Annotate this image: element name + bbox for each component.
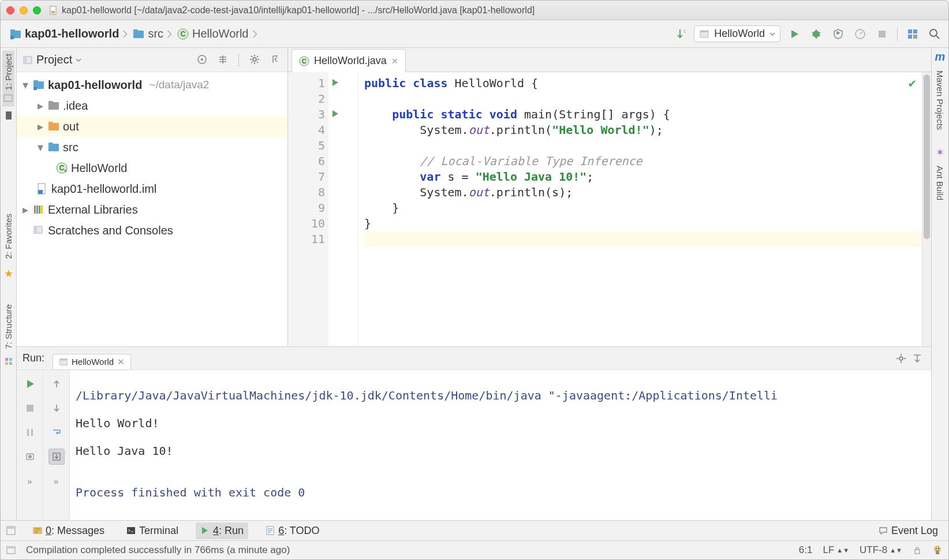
svg-rect-32 [33, 80, 38, 83]
breadcrumbs: kap01-helloworld src C HelloWorld [6, 27, 259, 40]
file-encoding[interactable]: UTF-8▲▼ [860, 544, 902, 556]
run-tool-window: Run: HelloWorld ✕ » [17, 347, 931, 520]
left-tool-stripe: 1: Project 2: Favorites ★ 7: Structure [1, 48, 17, 520]
main-area: 1: Project 2: Favorites ★ 7: Structure P… [1, 48, 948, 520]
run-line-icon[interactable] [331, 78, 340, 87]
maven-tool-tab[interactable]: Maven Projects [934, 67, 946, 133]
svg-rect-56 [27, 405, 33, 412]
separator [897, 27, 898, 41]
caret-position[interactable]: 6:1 [799, 544, 813, 556]
scroll-to-end-button[interactable] [48, 449, 65, 465]
tree-folder-idea[interactable]: ▸ .idea [17, 95, 287, 116]
run-settings-button[interactable] [893, 350, 909, 367]
close-run-tab-icon[interactable]: ✕ [117, 357, 125, 367]
tree-class[interactable]: C HelloWorld [17, 158, 287, 178]
hide-button[interactable] [269, 53, 282, 66]
close-window-button[interactable] [6, 6, 14, 14]
window-title: kap01-helloworld [~/data/java2-code-test… [62, 5, 535, 16]
messages-tool-tab[interactable]: 0: Messages [28, 522, 109, 539]
run-body: » » /Library/Java/JavaVirtualMachines/jd… [17, 370, 931, 520]
run-button[interactable] [786, 26, 802, 42]
run-line-icon[interactable] [331, 109, 340, 118]
breadcrumb-folder[interactable]: src [129, 27, 167, 40]
down-stack-button[interactable] [48, 400, 65, 416]
readonly-toggle-icon[interactable] [913, 546, 922, 555]
disclosure-icon[interactable]: ▸ [21, 203, 29, 216]
editor-scrollbar[interactable] [922, 72, 931, 346]
coverage-button[interactable] [830, 26, 846, 42]
editor-body[interactable]: 1 2 3 4 5 6 7 8 9 10 11 [288, 72, 931, 346]
svg-rect-47 [39, 206, 40, 214]
bookmark-icon[interactable] [4, 111, 13, 120]
editor-gutter[interactable]: 1 2 3 4 5 6 7 8 9 10 11 [288, 72, 328, 346]
maximize-window-button[interactable] [33, 6, 41, 14]
svg-rect-15 [908, 29, 912, 33]
dump-threads-button[interactable] [22, 449, 38, 465]
line-separator[interactable]: LF▲▼ [823, 544, 849, 556]
terminal-tool-tab[interactable]: Terminal [122, 522, 183, 539]
run-tab[interactable]: HelloWorld ✕ [53, 354, 131, 370]
breadcrumb-class[interactable]: C HelloWorld [174, 27, 252, 40]
disclosure-icon[interactable]: ▾ [21, 78, 29, 92]
stop-button[interactable] [22, 400, 38, 416]
favorites-tool-tab[interactable]: 2: Favorites [2, 210, 14, 262]
run-config-selector[interactable]: HelloWorld [694, 25, 780, 42]
tool-window-quick-access-icon[interactable] [6, 526, 16, 535]
up-stack-button[interactable] [48, 376, 65, 392]
tree-root[interactable]: ▾ kap01-helloworld ~/data/java2 [17, 74, 287, 95]
svg-point-72 [938, 548, 939, 549]
minimize-window-button[interactable] [20, 6, 28, 14]
disclosure-icon[interactable]: ▾ [36, 140, 44, 154]
project-view-selector[interactable]: Project [23, 53, 81, 66]
rerun-button[interactable] [22, 376, 38, 392]
run-hide-button[interactable] [909, 350, 925, 367]
gear-button[interactable] [248, 53, 261, 66]
event-log-tool-tab[interactable]: Event Log [874, 522, 943, 539]
search-everywhere-button[interactable] [926, 26, 943, 42]
tree-iml-file[interactable]: kap01-helloworld.iml [17, 178, 287, 199]
close-tab-icon[interactable]: ✕ [391, 57, 398, 66]
tree-external-libraries[interactable]: ▸ External Libraries [17, 199, 287, 220]
fold-column[interactable] [348, 72, 358, 346]
chevron-right-icon [122, 28, 129, 40]
more-button[interactable]: » [48, 473, 65, 489]
svg-rect-1 [51, 11, 55, 13]
project-tool-tab[interactable]: 1: Project [2, 50, 14, 106]
pause-button[interactable] [22, 424, 38, 440]
tree-folder-out[interactable]: ▸ out [17, 116, 287, 137]
run-tool-tab[interactable]: 4: Run [196, 522, 248, 539]
chevron-down-icon [769, 31, 775, 37]
disclosure-icon[interactable]: ▸ [36, 99, 44, 113]
profile-button[interactable] [852, 26, 868, 42]
console-output[interactable]: /Library/Java/JavaVirtualMachines/jdk-10… [70, 370, 931, 520]
locate-button[interactable] [196, 53, 208, 66]
debug-button[interactable] [808, 26, 824, 42]
project-structure-button[interactable] [905, 26, 921, 42]
soft-wrap-button[interactable] [48, 424, 65, 440]
tree-scratches[interactable]: Scratches and Consoles [17, 220, 287, 241]
svg-rect-48 [41, 206, 43, 214]
app-file-icon [49, 6, 58, 15]
chevron-right-icon [252, 28, 259, 40]
todo-tool-tab[interactable]: 6: TODO [261, 522, 324, 539]
status-bar: Compilation completed successfully in 76… [1, 541, 948, 559]
more-button[interactable]: » [22, 473, 38, 489]
tree-folder-src[interactable]: ▾ src [17, 137, 287, 158]
svg-rect-3 [10, 29, 15, 32]
build-button[interactable]: 01 [672, 26, 688, 42]
ant-tool-tab[interactable]: Ant Build [934, 162, 946, 204]
collapse-all-button[interactable] [216, 53, 229, 66]
status-window-icon[interactable] [6, 546, 16, 555]
code-area[interactable]: ✔ public class HelloWorld { public stati… [358, 72, 922, 346]
structure-tool-tab[interactable]: 7: Structure [2, 301, 14, 353]
run-config-label: HelloWorld [714, 28, 765, 40]
inspector-icon[interactable] [932, 545, 943, 555]
svg-text:C: C [181, 30, 186, 38]
disclosure-icon[interactable]: ▸ [36, 120, 44, 133]
stop-button[interactable] [874, 26, 890, 42]
breadcrumb-module[interactable]: kap01-helloworld [6, 27, 122, 40]
editor-tab[interactable]: C HelloWorld.java ✕ [292, 49, 406, 72]
project-tree[interactable]: ▾ kap01-helloworld ~/data/java2 ▸ .idea … [17, 72, 287, 346]
upper-split: Project ▾ ka [17, 48, 931, 347]
inspection-ok-icon[interactable]: ✔ [909, 76, 916, 90]
